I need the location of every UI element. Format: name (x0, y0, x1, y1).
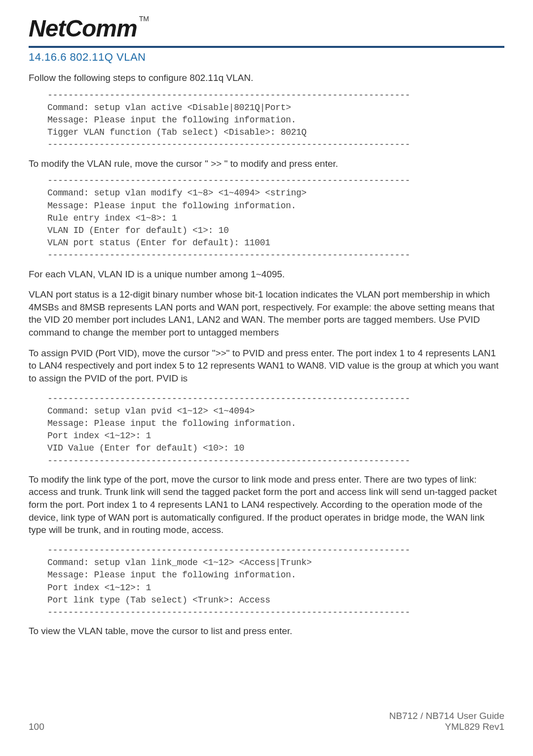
code-block-2: ----------------------------------------… (47, 175, 504, 262)
guide-revision: YML829 Rev1 (389, 721, 504, 732)
section-heading: 14.16.6 802.11Q VLAN (29, 51, 504, 64)
page-number: 100 (29, 721, 44, 732)
guide-title: NB712 / NB714 User Guide (389, 711, 504, 721)
header-divider (29, 46, 504, 48)
footer-guide-info: NB712 / NB714 User Guide YML829 Rev1 (389, 711, 504, 732)
text-4: To assign PVID (Port VID), move the curs… (29, 347, 504, 385)
text-2: For each VLAN, VLAN ID is a unique numbe… (29, 268, 504, 281)
trademark-symbol: TM (139, 15, 149, 23)
text-6: To view the VLAN table, move the cursor … (29, 625, 504, 638)
text-5: To modify the link type of the port, mov… (29, 473, 504, 536)
intro-text: Follow the following steps to configure … (29, 72, 504, 84)
text-1: To modify the VLAN rule, move the cursor… (29, 157, 504, 170)
logo-container: NetCommTM (29, 15, 504, 42)
logo-text: NetComm (29, 15, 137, 42)
text-3: VLAN port status is a 12-digit binary nu… (29, 288, 504, 339)
page-footer: 100 NB712 / NB714 User Guide YML829 Rev1 (29, 711, 504, 732)
code-block-1: ----------------------------------------… (47, 89, 504, 151)
code-block-4: ----------------------------------------… (47, 544, 504, 619)
code-block-3: ----------------------------------------… (47, 393, 504, 467)
